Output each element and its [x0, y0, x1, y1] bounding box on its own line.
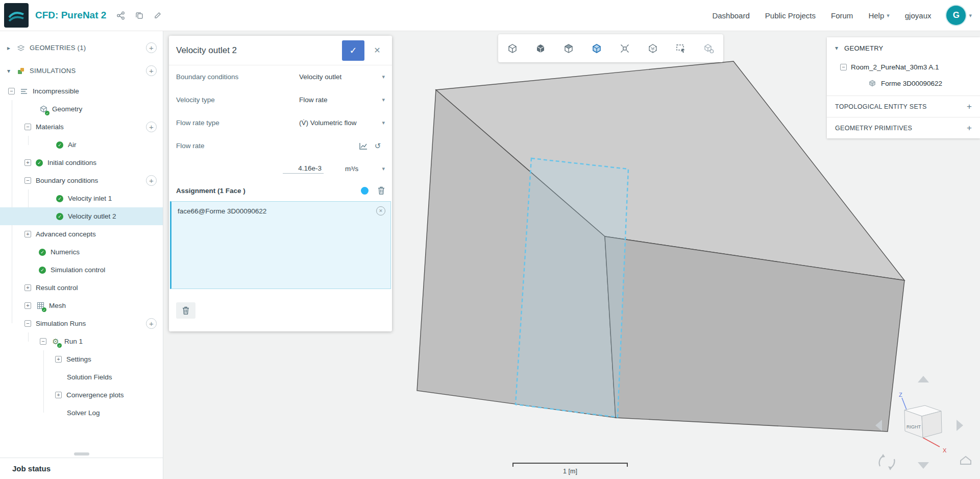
- sidebar-item-initial-conditions[interactable]: Initial conditions: [0, 154, 163, 172]
- sidebar-item-geometry[interactable]: Geometry: [0, 100, 163, 118]
- toolbar-box-select-icon[interactable]: [675, 42, 687, 55]
- collapse-toggle-icon[interactable]: [840, 64, 847, 70]
- gizmo-home-icon[interactable]: [961, 457, 971, 464]
- collapse-toggle-icon[interactable]: [8, 88, 15, 94]
- sidebar-item-result-control[interactable]: Result control: [0, 279, 163, 297]
- collapse-toggle-icon[interactable]: [24, 177, 31, 184]
- field-label: Flow rate: [176, 142, 356, 150]
- geometry-root-item[interactable]: Room_2_PureNat_30m3 A.1: [827, 59, 980, 75]
- delete-boundary-condition-button[interactable]: [176, 302, 195, 319]
- add-simulation-button[interactable]: [146, 65, 157, 76]
- expand-toggle-icon[interactable]: [55, 392, 62, 398]
- expand-toggle-icon[interactable]: [24, 159, 31, 166]
- job-status-bar[interactable]: Job status: [0, 458, 163, 479]
- sidebar-item-advanced-concepts[interactable]: Advanced concepts: [0, 225, 163, 243]
- app-logo[interactable]: [4, 3, 29, 28]
- assignment-list[interactable]: face66@Forme 3D00090622: [170, 201, 391, 289]
- assigned-face-item[interactable]: face66@Forme 3D00090622: [178, 207, 384, 215]
- gizmo-face-label[interactable]: RIGHT: [906, 424, 921, 429]
- selected-outlet-face-highlight[interactable]: [516, 158, 628, 417]
- sidebar-item-air[interactable]: Air: [0, 136, 163, 154]
- table-input-icon[interactable]: [356, 139, 371, 153]
- sidebar-item-incompressible[interactable]: Incompressible: [0, 82, 163, 100]
- collapse-toggle-icon[interactable]: [24, 320, 31, 327]
- sidebar-item-velocity-inlet-1[interactable]: Velocity inlet 1: [0, 189, 163, 207]
- viewport-toolbar: [498, 34, 723, 62]
- assignment-title: Assignment (1 Face ): [176, 187, 352, 195]
- selection-mode-toggle[interactable]: [361, 187, 369, 195]
- geometry-primitives-section[interactable]: GEOMETRY PRIMITIVES: [827, 117, 980, 138]
- sidebar-item-materials[interactable]: Materials: [0, 118, 163, 136]
- rename-project-icon[interactable]: [154, 11, 162, 19]
- sidebar-item-simulation-runs[interactable]: Simulation Runs: [0, 315, 163, 332]
- gizmo-rotate-icon[interactable]: [879, 454, 895, 470]
- velocity-type-select[interactable]: Flow rate: [299, 96, 385, 104]
- add-entity-set-button[interactable]: [967, 102, 972, 112]
- add-run-button[interactable]: [146, 318, 157, 329]
- add-material-button[interactable]: [146, 122, 157, 132]
- field-boundary-conditions: Boundary conditions Velocity outlet: [169, 65, 392, 88]
- expand-toggle-icon[interactable]: [24, 231, 31, 237]
- clear-assignment-trash-icon[interactable]: [378, 186, 385, 195]
- section-label: TOPOLOGICAL ENTITY SETS: [835, 103, 967, 110]
- sidebar-item-solution-fields[interactable]: Solution Fields: [0, 368, 163, 386]
- sidebar-item-convergence-plots[interactable]: Convergence plots: [0, 386, 163, 404]
- field-label: Velocity type: [176, 96, 299, 104]
- add-primitive-button[interactable]: [967, 123, 972, 133]
- sidebar-section-simulations[interactable]: SIMULATIONS: [0, 59, 163, 82]
- nav-dashboard[interactable]: Dashboard: [712, 11, 749, 20]
- sidebar-item-solver-log[interactable]: Solver Log: [0, 404, 163, 422]
- gizmo-up-arrow-icon[interactable]: [918, 376, 929, 382]
- gizmo-right-arrow-icon[interactable]: [957, 420, 963, 431]
- account-menu[interactable]: G: [946, 6, 972, 25]
- check-badge-icon: [42, 307, 46, 312]
- boundary-condition-settings-panel: Velocity outlet 2 Boundary conditions Ve…: [169, 36, 392, 331]
- sidebar-item-boundary-conditions[interactable]: Boundary conditions: [0, 172, 163, 189]
- sidebar-resize-handle[interactable]: [74, 452, 89, 456]
- sidebar-item-velocity-outlet-2[interactable]: Velocity outlet 2: [0, 207, 163, 225]
- expand-toggle-icon[interactable]: [24, 284, 31, 291]
- geometry-panel: GEOMETRY Room_2_PureNat_30m3 A.1 Forme 3…: [827, 37, 980, 138]
- remove-face-icon[interactable]: [376, 206, 385, 215]
- add-geometry-button[interactable]: [146, 42, 157, 53]
- nav-public-projects[interactable]: Public Projects: [765, 11, 816, 20]
- gizmo-down-arrow-icon[interactable]: [918, 462, 929, 469]
- apply-button[interactable]: [342, 40, 364, 61]
- flow-rate-input[interactable]: [283, 163, 324, 174]
- share-project-icon[interactable]: [116, 11, 125, 20]
- toolbar-transparent-view-icon[interactable]: [647, 42, 659, 55]
- sidebar-item-run-1[interactable]: Run 1: [0, 332, 163, 350]
- sidebar-section-geometries[interactable]: GEOMETRIES (1): [0, 36, 163, 59]
- add-boundary-condition-button[interactable]: [146, 175, 157, 186]
- nav-username[interactable]: gjoyaux: [905, 11, 932, 20]
- sidebar-item-mesh[interactable]: Mesh: [0, 297, 163, 315]
- topological-entity-sets-section[interactable]: TOPOLOGICAL ENTITY SETS: [827, 95, 980, 117]
- toolbar-view-cube-icon[interactable]: [506, 42, 519, 55]
- avatar[interactable]: G: [946, 6, 966, 25]
- collapse-toggle-icon[interactable]: [24, 124, 31, 130]
- sidebar-item-simulation-control[interactable]: Simulation control: [0, 261, 163, 279]
- reset-value-icon[interactable]: [371, 139, 385, 153]
- toolbar-hidden-line-view-icon[interactable]: [562, 42, 575, 55]
- nav-forum[interactable]: Forum: [831, 11, 853, 20]
- expand-toggle-icon[interactable]: [24, 302, 31, 309]
- boundary-conditions-select[interactable]: Velocity outlet: [299, 73, 385, 81]
- gizmo-cube[interactable]: RIGHT Z X: [899, 392, 947, 453]
- close-panel-button[interactable]: [370, 43, 385, 58]
- collapse-toggle-icon[interactable]: [40, 338, 46, 345]
- unit-select[interactable]: m³/s: [345, 165, 385, 173]
- expand-toggle-icon[interactable]: [55, 356, 62, 363]
- select-value: Velocity outlet: [299, 73, 341, 81]
- nav-help[interactable]: Help: [868, 11, 889, 20]
- logo-waves-icon: [7, 6, 26, 25]
- geometry-panel-header[interactable]: GEOMETRY: [827, 37, 980, 59]
- sidebar-item-numerics[interactable]: Numerics: [0, 243, 163, 261]
- copy-project-icon[interactable]: [135, 11, 143, 19]
- flow-rate-type-select[interactable]: (V̇) Volumetric flow: [299, 119, 385, 127]
- toolbar-surfaces-edges-view-icon[interactable]: [591, 42, 603, 55]
- toolbar-render-settings-icon[interactable]: [703, 42, 715, 55]
- geometry-child-item[interactable]: Forme 3D00090622: [827, 75, 980, 91]
- sidebar-item-settings[interactable]: Settings: [0, 350, 163, 368]
- toolbar-solid-view-icon[interactable]: [534, 42, 547, 55]
- toolbar-explode-view-icon[interactable]: [619, 42, 631, 55]
